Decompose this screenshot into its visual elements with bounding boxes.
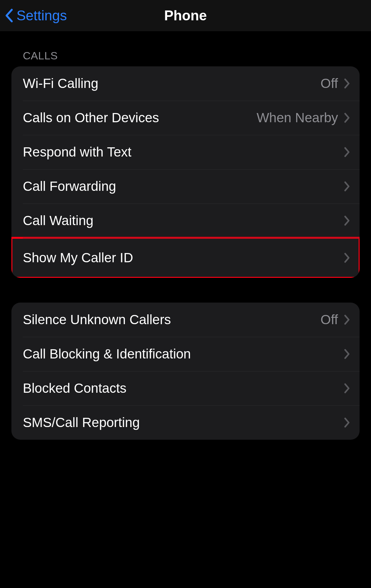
chevron-right-icon — [344, 417, 350, 428]
chevron-left-icon — [4, 9, 13, 23]
row-show-my-caller-id[interactable]: Show My Caller ID — [11, 238, 360, 278]
row-label: Silence Unknown Callers — [23, 312, 321, 327]
chevron-right-icon — [344, 314, 350, 325]
settings-group-calls: Wi-Fi Calling Off Calls on Other Devices… — [11, 66, 360, 278]
row-label: SMS/Call Reporting — [23, 415, 344, 430]
chevron-right-icon — [344, 252, 350, 263]
row-respond-with-text[interactable]: Respond with Text — [11, 135, 360, 169]
section-header-calls: CALLS — [11, 31, 360, 66]
row-label: Blocked Contacts — [23, 381, 344, 396]
row-call-blocking-identification[interactable]: Call Blocking & Identification — [11, 337, 360, 371]
row-label: Call Forwarding — [23, 179, 344, 194]
row-call-waiting[interactable]: Call Waiting — [11, 204, 360, 238]
nav-bar: Settings Phone — [0, 0, 371, 31]
chevron-right-icon — [344, 349, 350, 359]
row-label: Call Blocking & Identification — [23, 346, 344, 362]
settings-group-2: Silence Unknown Callers Off Call Blockin… — [11, 303, 360, 440]
back-button[interactable]: Settings — [4, 8, 67, 23]
chevron-right-icon — [344, 215, 350, 226]
chevron-right-icon — [344, 383, 350, 394]
row-value: Off — [321, 76, 338, 91]
chevron-right-icon — [344, 181, 350, 192]
row-label: Show My Caller ID — [23, 250, 344, 265]
row-label: Respond with Text — [23, 144, 344, 160]
row-silence-unknown-callers[interactable]: Silence Unknown Callers Off — [11, 303, 360, 337]
row-value: Off — [321, 312, 338, 327]
row-blocked-contacts[interactable]: Blocked Contacts — [11, 371, 360, 405]
row-calls-other-devices[interactable]: Calls on Other Devices When Nearby — [11, 101, 360, 135]
row-sms-call-reporting[interactable]: SMS/Call Reporting — [11, 405, 360, 440]
chevron-right-icon — [344, 147, 350, 157]
row-label: Calls on Other Devices — [23, 110, 257, 125]
back-label: Settings — [16, 8, 67, 23]
row-label: Call Waiting — [23, 213, 344, 228]
chevron-right-icon — [344, 112, 350, 123]
chevron-right-icon — [344, 78, 350, 89]
row-label: Wi-Fi Calling — [23, 76, 321, 91]
row-value: When Nearby — [257, 110, 338, 125]
row-call-forwarding[interactable]: Call Forwarding — [11, 169, 360, 204]
row-wifi-calling[interactable]: Wi-Fi Calling Off — [11, 66, 360, 101]
